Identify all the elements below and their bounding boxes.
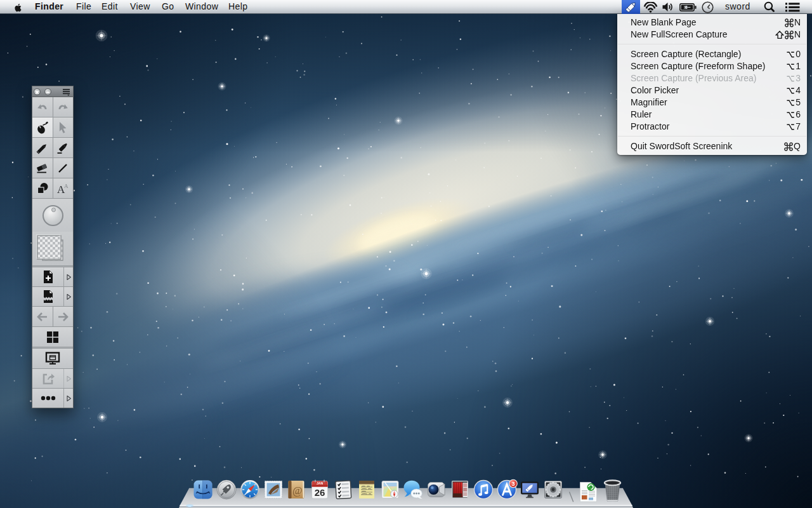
svg-text:JAN: JAN (317, 481, 323, 485)
svg-text:3: 3 (511, 481, 514, 487)
svg-text:@: @ (292, 485, 303, 497)
svg-text:A: A (64, 183, 69, 189)
svg-text:26: 26 (315, 487, 325, 498)
